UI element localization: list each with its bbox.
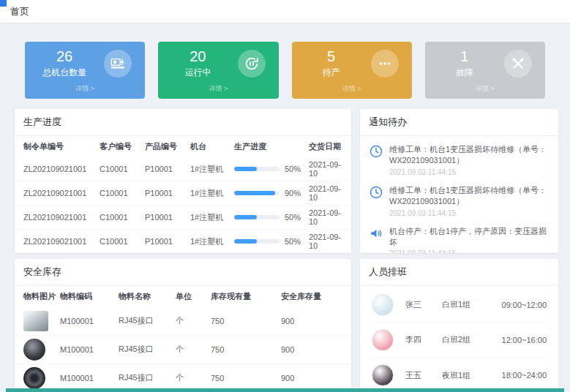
cell-progress: 50% <box>233 230 307 254</box>
cell-customer: C10001 <box>98 230 143 254</box>
cell-code: M100001 <box>59 307 117 335</box>
cell-stock: 750 <box>209 307 280 335</box>
production-table: 制令单编号客户编号产品编号机台生产进度交货日期 ZL202109021001C1… <box>15 136 351 253</box>
cell-safety: 900 <box>280 335 351 363</box>
person-name: 李四 <box>405 334 442 345</box>
cell-progress: 90% <box>233 181 307 206</box>
column-header: 物料图片 <box>15 286 59 307</box>
schedule-list: 张三白班1组09:00~12:00李四白班2组12:00~16:00王五夜班1组… <box>360 286 558 389</box>
cell-name: RJ45接口 <box>117 363 174 389</box>
person-shift: 夜班1组 <box>442 370 490 381</box>
cell-order: ZL202109021001 <box>15 181 98 206</box>
machine-icon <box>104 50 132 78</box>
tools-icon <box>504 50 532 78</box>
personnel-schedule-panel: 人员排班 张三白班1组09:00~12:00李四白班2组12:00~16:00王… <box>360 259 558 389</box>
stat-detail-link[interactable]: 详情 > <box>425 84 545 94</box>
bottom-accent-bar <box>6 388 564 392</box>
column-header: 物料编码 <box>59 286 117 307</box>
cell-image <box>15 363 59 389</box>
person-name: 王五 <box>405 370 442 381</box>
panel-title-inventory: 安全库存 <box>15 259 351 286</box>
stat-card-main: 20运行中 <box>158 48 278 79</box>
cell-order: ZL202109021001 <box>15 230 98 254</box>
stat-detail-link[interactable]: 详情 > <box>292 84 412 94</box>
person-time: 09:00~12:00 <box>490 301 547 309</box>
cell-machine: 1#注塑机 <box>189 206 233 230</box>
tab-home[interactable]: 首页 <box>10 5 29 18</box>
cell-date: 2021-09-10 <box>307 206 351 230</box>
notification-list: 维修工单：机台1变压器损坏待维修（单号：WX202109031001）2021.… <box>360 136 558 253</box>
column-header: 产品编号 <box>143 136 189 157</box>
avatar <box>372 294 394 316</box>
cell-date: 2021-09-10 <box>307 230 351 254</box>
ellipsis-icon <box>371 50 399 78</box>
progress-bar <box>234 239 280 244</box>
progress-bar <box>234 215 280 219</box>
stat-label: 待产 <box>292 67 371 79</box>
cell-date: 2021-09-10 <box>307 157 351 181</box>
cell-machine: 1#注塑机 <box>189 157 233 181</box>
cell-order: ZL202109021001 <box>15 157 98 181</box>
dashboard-grid: 生产进度 制令单编号客户编号产品编号机台生产进度交货日期 ZL202109021… <box>15 109 558 389</box>
cell-product: P10001 <box>143 157 189 181</box>
column-header: 安全库存量 <box>280 286 351 307</box>
progress-percent: 50% <box>285 213 301 222</box>
cell-image <box>15 307 59 335</box>
stat-card-running[interactable]: 20运行中详情 > <box>158 42 278 99</box>
schedule-row: 张三白班1组09:00~12:00 <box>372 287 547 323</box>
table-row: ZL202109021001C10001P100011#注塑机90%2021-0… <box>15 181 351 206</box>
cell-progress: 50% <box>233 157 307 181</box>
column-header: 交货日期 <box>307 136 351 157</box>
column-header: 客户编号 <box>98 136 143 157</box>
stat-card-text: 26总机台数量 <box>25 48 104 79</box>
panel-title-schedule: 人员排班 <box>360 259 558 286</box>
person-name: 张三 <box>405 299 442 310</box>
stat-card-main: 26总机台数量 <box>25 48 145 79</box>
notification-time: 2021.09.03 11:44:15 <box>389 209 550 217</box>
stat-card-fault[interactable]: 1故障详情 > <box>425 42 545 99</box>
column-header: 物料名称 <box>117 286 174 307</box>
notification-item[interactable]: 维修工单：机台1变压器损坏待维修（单号：WX202109031001）2021.… <box>369 181 550 222</box>
notification-item[interactable]: 机台停产：机台1停产，停产原因：变压器损坏2021.09.03 11:44:15 <box>369 222 550 253</box>
cell-customer: C10001 <box>98 206 143 230</box>
cell-machine: 1#注塑机 <box>189 230 233 254</box>
panel-title-production: 生产进度 <box>15 109 351 136</box>
inventory-table: 物料图片物料编码物料名称单位库存现有量安全库存量 M100001RJ45接口个7… <box>15 286 351 389</box>
table-row: ZL202109021001C10001P100011#注塑机50%2021-0… <box>15 230 351 254</box>
stat-detail-link[interactable]: 详情 > <box>25 84 145 94</box>
stat-card-standby[interactable]: 5待产详情 > <box>292 42 412 99</box>
notification-body: 维修工单：机台1变压器损坏待维修（单号：WX202109031001）2021.… <box>389 185 550 217</box>
stat-card-text: 5待产 <box>292 48 371 79</box>
progress-percent: 50% <box>285 237 301 246</box>
stat-card-total[interactable]: 26总机台数量详情 > <box>25 42 145 99</box>
cell-product: P10001 <box>143 181 189 206</box>
production-body: ZL202109021001C10001P100011#注塑机50%2021-0… <box>15 157 351 253</box>
column-header: 制令单编号 <box>15 136 98 157</box>
schedule-row: 李四白班2组12:00~16:00 <box>372 323 547 358</box>
cell-progress: 50% <box>233 206 307 230</box>
column-header: 库存现有量 <box>209 286 280 307</box>
person-shift: 白班2组 <box>442 334 490 345</box>
avatar <box>372 329 394 351</box>
cell-code: M100001 <box>59 335 117 363</box>
panel-title-notifications: 通知待办 <box>360 109 558 136</box>
inventory-body: M100001RJ45接口个750900M100001RJ45接口个750900… <box>15 307 351 389</box>
cell-stock: 750 <box>209 335 280 363</box>
running-icon <box>238 50 266 78</box>
cell-date: 2021-09-10 <box>307 181 351 206</box>
stat-label: 运行中 <box>158 67 237 79</box>
stat-detail-link[interactable]: 详情 > <box>158 84 278 94</box>
notification-text: 机台停产：机台1停产，停产原因：变压器损坏 <box>389 226 550 249</box>
column-header: 机台 <box>189 136 233 157</box>
cell-unit: 个 <box>174 307 209 335</box>
top-tab-bar: 首页 <box>0 0 570 23</box>
table-row: ZL202109021001C10001P100011#注塑机50%2021-0… <box>15 157 351 181</box>
notification-item[interactable]: 维修工单：机台1变压器损坏待维修（单号：WX202109031001）2021.… <box>369 140 550 181</box>
notification-text: 维修工单：机台1变压器损坏待维修（单号：WX202109031001） <box>389 185 550 208</box>
cell-machine: 1#注塑机 <box>189 181 233 206</box>
table-row: M100001RJ45接口个750900 <box>15 335 351 363</box>
cell-unit: 个 <box>174 363 209 389</box>
safety-stock-panel: 安全库存 物料图片物料编码物料名称单位库存现有量安全库存量 M100001RJ4… <box>15 259 351 389</box>
person-time: 12:00~16:00 <box>490 336 547 344</box>
table-row: M100001RJ45接口个750900 <box>15 363 351 389</box>
